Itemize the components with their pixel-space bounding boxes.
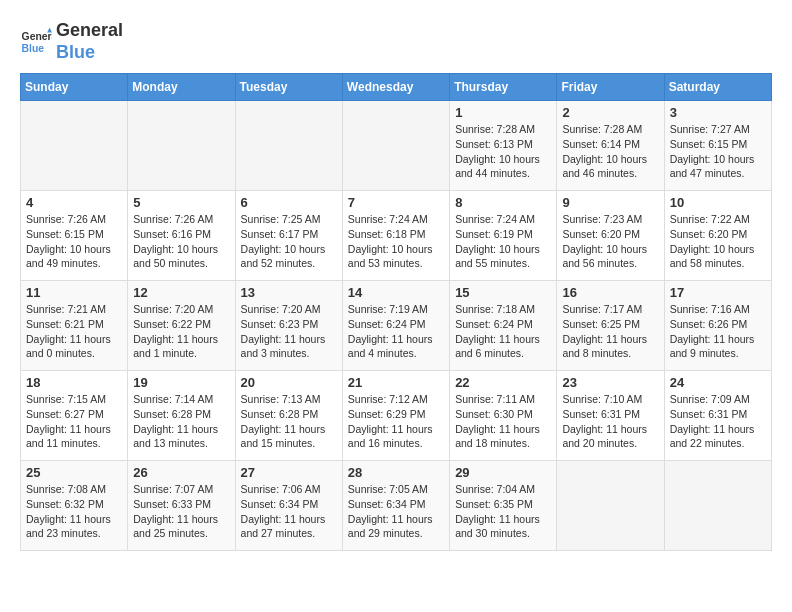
calendar-cell: 1Sunrise: 7:28 AM Sunset: 6:13 PM Daylig… [450, 101, 557, 191]
calendar-cell: 28Sunrise: 7:05 AM Sunset: 6:34 PM Dayli… [342, 461, 449, 551]
logo-icon: General Blue [20, 26, 52, 58]
calendar-cell: 8Sunrise: 7:24 AM Sunset: 6:19 PM Daylig… [450, 191, 557, 281]
day-info: Sunrise: 7:17 AM Sunset: 6:25 PM Dayligh… [562, 302, 658, 361]
day-info: Sunrise: 7:08 AM Sunset: 6:32 PM Dayligh… [26, 482, 122, 541]
calendar-cell: 6Sunrise: 7:25 AM Sunset: 6:17 PM Daylig… [235, 191, 342, 281]
day-number: 1 [455, 105, 551, 120]
calendar-cell: 4Sunrise: 7:26 AM Sunset: 6:15 PM Daylig… [21, 191, 128, 281]
day-number: 19 [133, 375, 229, 390]
calendar-cell [342, 101, 449, 191]
page-header: General Blue General Blue [20, 20, 772, 63]
week-row: 4Sunrise: 7:26 AM Sunset: 6:15 PM Daylig… [21, 191, 772, 281]
day-info: Sunrise: 7:24 AM Sunset: 6:18 PM Dayligh… [348, 212, 444, 271]
week-row: 25Sunrise: 7:08 AM Sunset: 6:32 PM Dayli… [21, 461, 772, 551]
calendar-cell [21, 101, 128, 191]
day-number: 12 [133, 285, 229, 300]
calendar-cell: 5Sunrise: 7:26 AM Sunset: 6:16 PM Daylig… [128, 191, 235, 281]
calendar-cell: 26Sunrise: 7:07 AM Sunset: 6:33 PM Dayli… [128, 461, 235, 551]
day-number: 4 [26, 195, 122, 210]
week-row: 11Sunrise: 7:21 AM Sunset: 6:21 PM Dayli… [21, 281, 772, 371]
calendar-cell: 15Sunrise: 7:18 AM Sunset: 6:24 PM Dayli… [450, 281, 557, 371]
calendar-cell [128, 101, 235, 191]
day-number: 3 [670, 105, 766, 120]
day-info: Sunrise: 7:14 AM Sunset: 6:28 PM Dayligh… [133, 392, 229, 451]
day-info: Sunrise: 7:15 AM Sunset: 6:27 PM Dayligh… [26, 392, 122, 451]
day-number: 11 [26, 285, 122, 300]
calendar-cell: 27Sunrise: 7:06 AM Sunset: 6:34 PM Dayli… [235, 461, 342, 551]
day-number: 27 [241, 465, 337, 480]
svg-marker-2 [47, 27, 52, 32]
day-info: Sunrise: 7:04 AM Sunset: 6:35 PM Dayligh… [455, 482, 551, 541]
day-number: 25 [26, 465, 122, 480]
calendar-cell: 23Sunrise: 7:10 AM Sunset: 6:31 PM Dayli… [557, 371, 664, 461]
day-number: 21 [348, 375, 444, 390]
week-row: 1Sunrise: 7:28 AM Sunset: 6:13 PM Daylig… [21, 101, 772, 191]
weekday-header: Wednesday [342, 74, 449, 101]
weekday-header: Saturday [664, 74, 771, 101]
day-info: Sunrise: 7:26 AM Sunset: 6:15 PM Dayligh… [26, 212, 122, 271]
calendar-cell: 14Sunrise: 7:19 AM Sunset: 6:24 PM Dayli… [342, 281, 449, 371]
day-number: 15 [455, 285, 551, 300]
day-info: Sunrise: 7:28 AM Sunset: 6:14 PM Dayligh… [562, 122, 658, 181]
day-number: 6 [241, 195, 337, 210]
calendar-cell: 9Sunrise: 7:23 AM Sunset: 6:20 PM Daylig… [557, 191, 664, 281]
calendar-cell: 22Sunrise: 7:11 AM Sunset: 6:30 PM Dayli… [450, 371, 557, 461]
weekday-header: Thursday [450, 74, 557, 101]
svg-text:Blue: Blue [22, 42, 45, 53]
logo-text: General Blue [56, 20, 123, 63]
calendar-cell: 24Sunrise: 7:09 AM Sunset: 6:31 PM Dayli… [664, 371, 771, 461]
calendar-cell [664, 461, 771, 551]
svg-text:General: General [22, 31, 52, 42]
calendar-cell: 18Sunrise: 7:15 AM Sunset: 6:27 PM Dayli… [21, 371, 128, 461]
day-info: Sunrise: 7:09 AM Sunset: 6:31 PM Dayligh… [670, 392, 766, 451]
calendar-table: SundayMondayTuesdayWednesdayThursdayFrid… [20, 73, 772, 551]
day-number: 5 [133, 195, 229, 210]
day-number: 8 [455, 195, 551, 210]
day-info: Sunrise: 7:21 AM Sunset: 6:21 PM Dayligh… [26, 302, 122, 361]
day-info: Sunrise: 7:12 AM Sunset: 6:29 PM Dayligh… [348, 392, 444, 451]
calendar-cell: 25Sunrise: 7:08 AM Sunset: 6:32 PM Dayli… [21, 461, 128, 551]
day-number: 23 [562, 375, 658, 390]
weekday-header: Sunday [21, 74, 128, 101]
weekday-header-row: SundayMondayTuesdayWednesdayThursdayFrid… [21, 74, 772, 101]
day-number: 18 [26, 375, 122, 390]
day-info: Sunrise: 7:23 AM Sunset: 6:20 PM Dayligh… [562, 212, 658, 271]
day-number: 9 [562, 195, 658, 210]
calendar-cell: 19Sunrise: 7:14 AM Sunset: 6:28 PM Dayli… [128, 371, 235, 461]
day-info: Sunrise: 7:19 AM Sunset: 6:24 PM Dayligh… [348, 302, 444, 361]
day-number: 20 [241, 375, 337, 390]
weekday-header: Friday [557, 74, 664, 101]
calendar-cell [557, 461, 664, 551]
day-number: 24 [670, 375, 766, 390]
day-number: 28 [348, 465, 444, 480]
calendar-cell: 11Sunrise: 7:21 AM Sunset: 6:21 PM Dayli… [21, 281, 128, 371]
day-number: 13 [241, 285, 337, 300]
day-info: Sunrise: 7:24 AM Sunset: 6:19 PM Dayligh… [455, 212, 551, 271]
calendar-cell: 10Sunrise: 7:22 AM Sunset: 6:20 PM Dayli… [664, 191, 771, 281]
day-number: 2 [562, 105, 658, 120]
calendar-cell [235, 101, 342, 191]
day-info: Sunrise: 7:16 AM Sunset: 6:26 PM Dayligh… [670, 302, 766, 361]
day-info: Sunrise: 7:20 AM Sunset: 6:23 PM Dayligh… [241, 302, 337, 361]
day-info: Sunrise: 7:20 AM Sunset: 6:22 PM Dayligh… [133, 302, 229, 361]
day-number: 22 [455, 375, 551, 390]
calendar-cell: 29Sunrise: 7:04 AM Sunset: 6:35 PM Dayli… [450, 461, 557, 551]
calendar-cell: 3Sunrise: 7:27 AM Sunset: 6:15 PM Daylig… [664, 101, 771, 191]
calendar-cell: 12Sunrise: 7:20 AM Sunset: 6:22 PM Dayli… [128, 281, 235, 371]
day-number: 16 [562, 285, 658, 300]
day-number: 26 [133, 465, 229, 480]
weekday-header: Monday [128, 74, 235, 101]
day-number: 14 [348, 285, 444, 300]
week-row: 18Sunrise: 7:15 AM Sunset: 6:27 PM Dayli… [21, 371, 772, 461]
logo: General Blue General Blue [20, 20, 123, 63]
day-number: 10 [670, 195, 766, 210]
day-info: Sunrise: 7:11 AM Sunset: 6:30 PM Dayligh… [455, 392, 551, 451]
day-info: Sunrise: 7:26 AM Sunset: 6:16 PM Dayligh… [133, 212, 229, 271]
day-number: 29 [455, 465, 551, 480]
day-info: Sunrise: 7:05 AM Sunset: 6:34 PM Dayligh… [348, 482, 444, 541]
day-number: 17 [670, 285, 766, 300]
day-info: Sunrise: 7:28 AM Sunset: 6:13 PM Dayligh… [455, 122, 551, 181]
calendar-cell: 2Sunrise: 7:28 AM Sunset: 6:14 PM Daylig… [557, 101, 664, 191]
day-info: Sunrise: 7:10 AM Sunset: 6:31 PM Dayligh… [562, 392, 658, 451]
day-number: 7 [348, 195, 444, 210]
